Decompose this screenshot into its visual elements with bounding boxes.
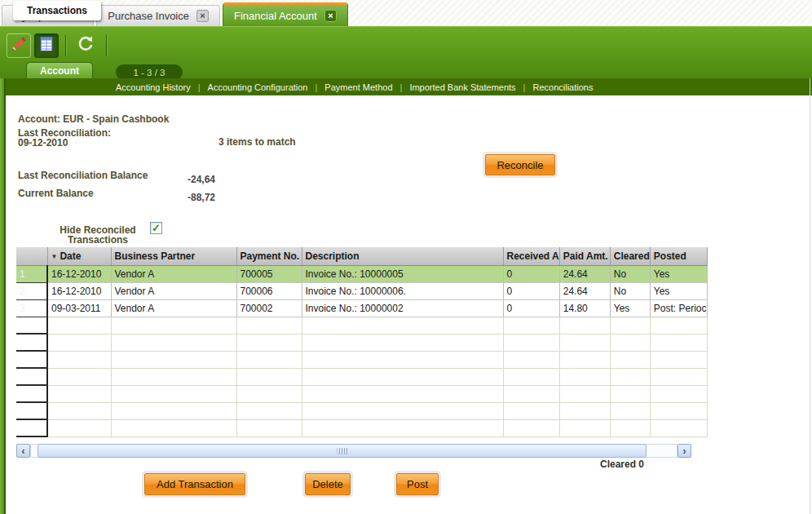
close-icon[interactable]: ×: [324, 10, 337, 22]
edit-button[interactable]: [7, 33, 31, 58]
empty-cell: [503, 419, 559, 436]
empty-cell: [650, 317, 707, 334]
cell-payment-no[interactable]: 700006: [236, 282, 302, 299]
current-balance-label: Current Balance: [18, 188, 94, 199]
column-header-payment-no[interactable]: Payment No.: [236, 247, 302, 265]
column-header-description[interactable]: Description: [302, 247, 503, 265]
cell-received-amt[interactable]: 0: [503, 299, 559, 317]
scroll-right-button[interactable]: ›: [677, 444, 691, 458]
column-header-posted[interactable]: Posted: [650, 247, 707, 265]
table-row[interactable]: 3 09-03-2011 Vendor A 700002 Invoice No.…: [16, 299, 707, 317]
tab-imported-bank-statements[interactable]: Imported Bank Statements: [409, 82, 515, 92]
empty-cell: [650, 419, 707, 436]
empty-cell: [610, 419, 650, 436]
entity-tab-account[interactable]: Account: [26, 62, 93, 79]
empty-cell: [650, 351, 707, 368]
tab-label: Financial Account: [234, 10, 317, 22]
column-header-business-partner[interactable]: Business Partner: [111, 247, 236, 265]
tab-accounting-history[interactable]: Accounting History: [116, 82, 191, 92]
row-number-cell: [16, 419, 47, 436]
horizontal-scrollbar[interactable]: ‹ ›: [16, 444, 691, 458]
empty-cell: [111, 402, 236, 419]
empty-cell: [111, 317, 236, 334]
cell-posted[interactable]: Yes: [650, 265, 707, 282]
scrollbar-thumb[interactable]: [38, 444, 647, 458]
cell-description[interactable]: Invoice No.: 10000006.: [302, 282, 503, 299]
cell-business-partner[interactable]: Vendor A: [111, 282, 236, 299]
grid-header-row: ▼Date Business Partner Payment No. Descr…: [16, 247, 707, 265]
refresh-button[interactable]: [73, 33, 98, 58]
cell-received-amt[interactable]: 0: [503, 282, 559, 299]
table-row[interactable]: 2 16-12-2010 Vendor A 700006 Invoice No.…: [16, 282, 707, 299]
empty-cell: [610, 334, 650, 351]
column-header-date[interactable]: ▼Date: [47, 247, 111, 265]
cell-paid-amt[interactable]: 14.80: [559, 299, 610, 317]
cell-paid-amt[interactable]: 24.64: [559, 265, 610, 282]
table-row-empty: [16, 419, 707, 436]
cell-description[interactable]: Invoice No.: 10000005: [302, 265, 503, 282]
column-header-paid-amt[interactable]: Paid Amt.: [559, 247, 610, 265]
cell-business-partner[interactable]: Vendor A: [111, 265, 236, 282]
table-row[interactable]: 1 16-12-2010 Vendor A 700005 Invoice No.…: [16, 265, 707, 282]
cell-cleared[interactable]: Yes: [610, 299, 650, 317]
cell-business-partner[interactable]: Vendor A: [111, 299, 236, 317]
content-left-frame: [0, 78, 6, 514]
row-number-cell[interactable]: 3: [16, 299, 47, 317]
cell-cleared[interactable]: No: [610, 265, 650, 282]
empty-cell: [47, 334, 111, 351]
empty-cell: [47, 317, 111, 334]
column-header-cleared[interactable]: Cleared: [610, 247, 650, 265]
scroll-left-button[interactable]: ‹: [16, 444, 30, 458]
row-number-header: [16, 247, 47, 265]
empty-cell: [610, 385, 650, 402]
cell-posted[interactable]: Yes: [650, 282, 707, 299]
delete-button[interactable]: Delete: [305, 473, 351, 495]
cell-date[interactable]: 16-12-2010: [47, 282, 111, 299]
transactions-grid: ▼Date Business Partner Payment No. Descr…: [16, 247, 708, 437]
cell-received-amt[interactable]: 0: [503, 265, 559, 282]
empty-cell: [503, 368, 559, 385]
tab-purchase-invoice[interactable]: Purchase Invoice ×: [96, 5, 220, 26]
table-row-empty: [16, 317, 707, 334]
empty-cell: [650, 334, 707, 351]
empty-cell: [503, 334, 559, 351]
empty-cell: [236, 334, 302, 351]
scrollbar-grip-icon: [337, 448, 347, 454]
empty-cell: [650, 402, 707, 419]
empty-cell: [302, 351, 503, 368]
tab-accounting-configuration[interactable]: Accounting Configuration: [208, 82, 308, 92]
cell-posted[interactable]: Post: Perioc: [650, 299, 707, 317]
empty-cell: [111, 368, 236, 385]
post-button[interactable]: Post: [396, 473, 439, 495]
close-icon[interactable]: ×: [196, 10, 209, 22]
empty-cell: [302, 368, 503, 385]
cell-date[interactable]: 16-12-2010: [47, 265, 111, 282]
add-transaction-button[interactable]: Add Transaction: [144, 473, 245, 495]
grid-view-icon: [38, 36, 55, 55]
reconcile-button[interactable]: Reconcile: [485, 154, 555, 175]
scroll-right-icon: ›: [683, 446, 686, 456]
empty-cell: [47, 402, 111, 419]
subtab-bar: Accounting History | Accounting Configur…: [5, 78, 812, 95]
hide-reconciled-label-line2: Transactions: [49, 234, 147, 246]
row-number-cell[interactable]: 2: [16, 282, 47, 299]
tab-transactions[interactable]: Transactions: [13, 1, 101, 20]
tab-reconciliations[interactable]: Reconciliations: [532, 82, 593, 92]
empty-cell: [302, 419, 503, 436]
tab-payment-method[interactable]: Payment Method: [324, 82, 392, 92]
grid-view-button[interactable]: [34, 33, 59, 58]
cell-date[interactable]: 09-03-2011: [47, 299, 111, 317]
cell-payment-no[interactable]: 700005: [236, 265, 302, 282]
cell-payment-no[interactable]: 700002: [236, 299, 302, 317]
hide-reconciled-checkbox[interactable]: ✓: [150, 222, 162, 234]
sort-desc-icon: ▼: [51, 253, 58, 260]
tab-financial-account[interactable]: Financial Account ×: [223, 2, 348, 26]
cell-cleared[interactable]: No: [610, 282, 650, 299]
empty-cell: [111, 419, 236, 436]
row-number-cell[interactable]: 1: [16, 265, 47, 282]
empty-cell: [47, 419, 111, 436]
empty-cell: [302, 317, 503, 334]
cell-paid-amt[interactable]: 24.64: [559, 282, 610, 299]
column-header-received-amt[interactable]: Received A: [503, 247, 559, 265]
cell-description[interactable]: Invoice No.: 10000002: [302, 299, 503, 317]
